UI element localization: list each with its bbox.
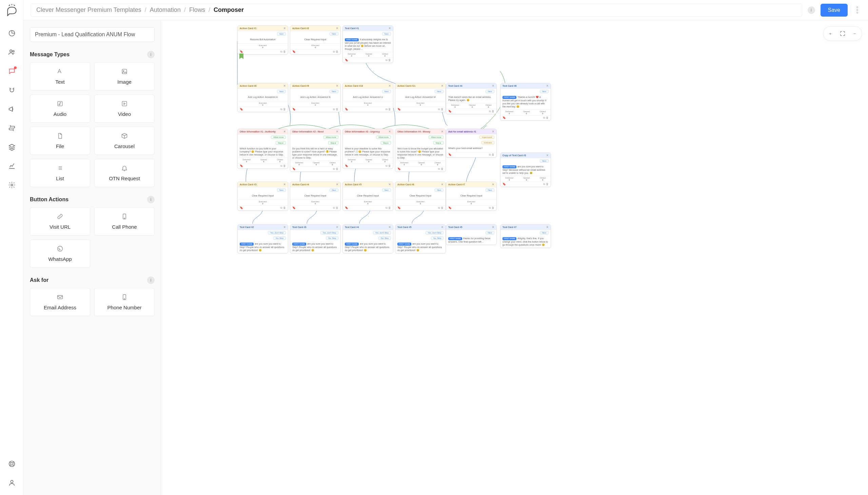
flow-node-action-card-4[interactable]: Action Card #4✕ Next Clear Required Inpu… [290,182,341,211]
flow-node-copy-text-3[interactable]: Copy of Text Card #3✕ Next FIRST NAMEare… [500,152,551,187]
flow-node-action-card-7[interactable]: Action Card #7✕ Next Clear Required Inpu… [446,182,497,211]
nav-help-icon[interactable] [5,457,19,471]
audio-icon [56,100,63,108]
svg-rect-14 [57,295,63,299]
palette-image[interactable]: Image [94,62,155,90]
bookmark-icon[interactable]: 🔖 [240,50,243,53]
svg-rect-10 [122,101,127,106]
section-button-actions: Button Actions [30,197,68,203]
phone-icon [121,213,128,221]
svg-point-4 [11,462,13,465]
copy-icon[interactable]: ⧉ 🗑 [333,50,338,53]
bookmark-icon[interactable]: 🔖 [292,50,296,53]
breadcrumb-item[interactable]: Flows [189,6,205,14]
svg-point-0 [10,50,12,52]
close-icon[interactable]: ✕ [388,27,391,30]
list-icon [56,165,63,173]
left-navigation-rail [0,0,24,495]
whatsapp-icon [56,245,63,253]
flow-node-other-info-1[interactable]: Other Information #1 - Authority✕ Allow … [237,129,288,169]
nav-chat-icon[interactable] [5,64,19,78]
palette-call-phone[interactable]: Call Phone [94,207,155,236]
nav-people-icon[interactable] [5,46,19,59]
flow-node-text-card-2[interactable]: Text Card #2✕ Yes, don't Skip No, Skip F… [237,224,288,253]
nav-analytics-icon[interactable] [5,159,19,173]
flow-node-ask-email[interactable]: Ask for email address #1✕ Impersonal bus… [446,129,497,157]
zoom-controls: + − [823,27,862,41]
info-icon[interactable]: i [147,276,155,284]
flow-node-action-card-5[interactable]: Action Card #5✕ Next Clear Required Inpu… [343,182,393,211]
copy-icon[interactable]: ⧉ 🗑 [385,58,391,62]
flow-node-other-info-4[interactable]: Other Information #4 - Money✕ Allow more… [395,129,446,172]
flow-node-action-card-2[interactable]: Action Card #2✕ Next Clear Required Inpu… [290,25,341,54]
info-icon[interactable]: i [808,6,815,14]
palette-video[interactable]: Video [94,95,155,123]
flow-node-action-card-9[interactable]: Action Card #9✕ Next Add Log Action: Ans… [290,83,341,112]
flow-node-action-card-10[interactable]: Action Card #10✕ Next Add Log Action: An… [343,83,393,112]
zoom-out-button[interactable]: − [849,28,860,39]
svg-rect-6 [122,69,127,73]
image-icon [121,68,128,76]
component-palette: Message Typesi Text Image Audio Video Fi… [24,20,161,495]
palette-email[interactable]: Email Address [30,288,90,316]
nav-magnet-icon[interactable] [5,83,19,97]
zoom-fit-button[interactable] [837,28,848,39]
bookmark-icon[interactable]: 🔖 [345,58,348,62]
palette-otn[interactable]: OTN Request [94,159,155,187]
svg-point-5 [11,480,13,483]
svg-point-1 [13,50,14,52]
nav-profile-icon[interactable] [5,476,19,490]
bell-icon [121,165,128,173]
more-options-button[interactable] [853,5,861,15]
nav-settings-icon[interactable] [5,178,19,192]
close-icon[interactable]: ✕ [283,84,286,87]
flow-node-action-card-6[interactable]: Action Card #6✕ Next Clear Required Inpu… [395,182,446,211]
copy-icon[interactable]: ⧉ 🗑 [280,50,286,53]
svg-point-16 [124,298,125,299]
palette-audio[interactable]: Audio [30,95,90,123]
flow-node-action-card-3[interactable]: Action Card #3✕ Next Clear Required Inpu… [237,182,288,211]
palette-file[interactable]: File [30,127,90,155]
nav-layers-icon[interactable] [5,140,19,154]
info-icon[interactable]: i [147,196,155,203]
flow-node-other-info-2[interactable]: Other Information #2 - Need✕ Allow more … [290,129,341,172]
zoom-in-button[interactable]: + [825,28,836,39]
flow-node-text-card-1[interactable]: Text Card #1✕ Next FIRST NAMEIt absolute… [343,25,393,63]
save-button[interactable]: Save [820,4,848,17]
palette-text[interactable]: Text [30,62,90,90]
palette-whatsapp[interactable]: WhatsApp [30,240,90,268]
breadcrumb-item-current: Composer [214,6,244,14]
palette-phone-number[interactable]: Phone Number [94,288,155,316]
close-icon[interactable]: ✕ [283,27,286,30]
nav-dashboard-icon[interactable] [5,27,19,40]
svg-point-2 [11,184,13,186]
palette-visit-url[interactable]: Visit URL [30,207,90,236]
text-icon [56,68,63,76]
flow-canvas[interactable]: Action Card #1✕ Next Resume Bot Automati… [161,20,868,495]
nav-automation-icon[interactable] [5,121,19,135]
svg-point-12 [124,218,125,219]
start-bookmark-icon [239,53,244,59]
flow-node-text-card-4[interactable]: Text Card #4✕ Next That doesn't seem lik… [446,83,497,114]
close-icon[interactable]: ✕ [336,27,338,30]
app-logo [6,4,18,16]
flow-node-text-card-5b[interactable]: Text Card #5✕ Next FIRST NAMEthanks for … [446,224,497,245]
flow-node-text-card-5[interactable]: Text Card #5✕ Yes, don't Skip No, Skip F… [395,224,446,253]
flow-name-input[interactable] [30,27,155,42]
flow-node-text-card-7[interactable]: Text Card #7✕ Next FIRST NAMEAlrighty, t… [500,224,551,248]
flow-node-action-card-1[interactable]: Action Card #1✕ Next Resume Bot Automati… [237,25,288,54]
flow-node-action-card-11[interactable]: Action Card #11✕ Next Add Log Action: An… [395,83,446,112]
palette-list[interactable]: List [30,159,90,187]
breadcrumb-item[interactable]: Automation [150,6,181,14]
info-icon[interactable]: i [147,51,155,58]
flow-node-other-info-3[interactable]: Other Information #3 - Urgency✕ Allow mo… [343,129,393,169]
flow-node-text-card-3[interactable]: Text Card #3✕ Yes, don't Skip No, Skip F… [290,224,341,253]
flow-node-text-card-4b[interactable]: Text Card #4✕ Yes, don't Skip No, Skip F… [343,224,393,253]
breadcrumb-item[interactable]: Clever Messenger Premium Templates [36,6,141,14]
section-message-types: Message Types [30,51,69,57]
flow-node-action-card-8[interactable]: Action Card #8✕ Next Add Log Action: Ans… [237,83,288,112]
palette-carousel[interactable]: Carousel [94,127,155,155]
svg-point-13 [57,246,63,251]
flow-node-text-card-6[interactable]: Text Card #6✕ Next FIRST NAMEThanks a bu… [500,83,551,121]
nav-megaphone-icon[interactable] [5,102,19,116]
